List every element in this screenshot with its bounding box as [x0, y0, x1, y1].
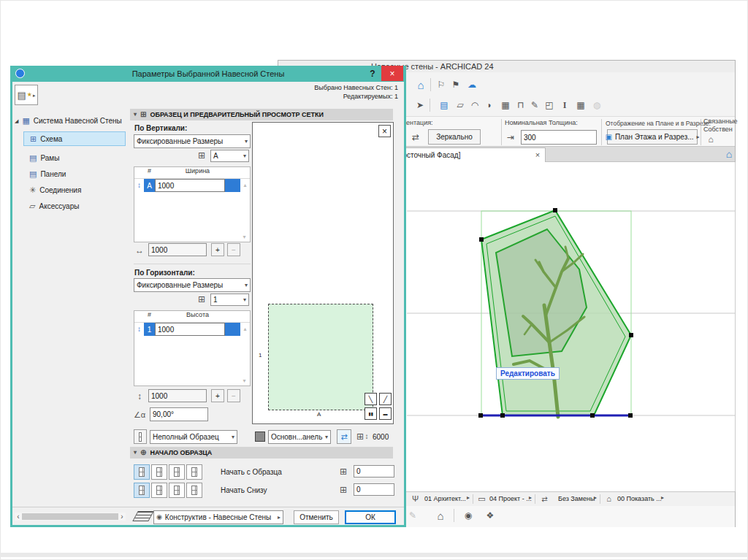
quick-option-penset[interactable]: 04 Проект - ... [489, 495, 532, 502]
favorites-button[interactable]: ▤ ★ ▸ [15, 85, 38, 105]
pattern-mode-button[interactable] [134, 429, 147, 444]
diagonal-b-button[interactable]: ╱ [379, 393, 392, 405]
start-pattern-option-1[interactable] [134, 464, 150, 480]
start-bottom-option-4[interactable] [186, 483, 202, 498]
horizontal-index-select[interactable]: 1 ▾ [210, 294, 249, 306]
tab-close-icon[interactable]: × [533, 150, 542, 159]
pen-set-icon[interactable]: ✎ [408, 510, 418, 521]
thickness-icon: ⇥ [503, 130, 518, 145]
home-icon[interactable]: ⌂ [414, 78, 427, 91]
cloud-icon[interactable]: ☁ [465, 78, 478, 91]
scrollbar-thumb[interactable] [22, 513, 118, 520]
pattern-select[interactable]: Неполный Образец ▾ [150, 430, 237, 444]
transfer-button[interactable]: ⇄ [337, 429, 351, 444]
scroll-down-icon[interactable]: ▾ [240, 377, 249, 385]
add-row-button[interactable]: + [211, 389, 224, 402]
remove-row-button[interactable]: − [227, 243, 240, 256]
mesh-tool-icon[interactable]: ▦ [499, 99, 512, 112]
quick-option-renovation[interactable]: 00 Показать ... [617, 495, 662, 502]
wall-tool-icon[interactable]: ▤ [438, 99, 451, 112]
diagonal-a-button[interactable]: ╲ [365, 393, 377, 405]
preview-close-button[interactable]: × [378, 125, 391, 137]
render-icon[interactable]: ❖ [484, 509, 497, 522]
vertical-scheme-value: Фиксированные Размеры [137, 137, 223, 145]
add-row-button[interactable]: + [211, 243, 224, 256]
beam-tool-icon[interactable]: I [558, 99, 571, 112]
mirror-icon[interactable]: ⇄ [408, 130, 423, 145]
tree-item-system[interactable]: ◢ ▦ Система Навесной Стены [15, 113, 122, 128]
horizontal-total-field[interactable]: 1000 [148, 389, 207, 402]
start-bottom-option-1[interactable] [134, 483, 150, 498]
zone-tool-icon[interactable]: ◰ [543, 99, 556, 112]
caret-right-icon: ▸ [661, 495, 664, 501]
home-story-status-icon[interactable]: ⌂ [434, 509, 447, 522]
camera-icon[interactable]: ◉ [462, 509, 475, 522]
horizontal-scheme-select[interactable]: Фиксированные Размеры ▾ [134, 278, 251, 292]
mirror-button[interactable]: Зеркально [428, 129, 481, 145]
scroll-left-icon[interactable]: ‹ [15, 513, 22, 521]
angle-field[interactable]: 90,00° [150, 407, 208, 421]
start-bottom-offset-input[interactable]: 0 [354, 483, 394, 496]
scroll-right-icon[interactable]: › [118, 513, 126, 521]
quick-option-override[interactable]: Без Замены [558, 495, 595, 502]
row-id-cell[interactable]: 1 [144, 323, 155, 336]
horizontal-table-row[interactable]: ↕ 1 1000 ▴ [134, 323, 250, 336]
scroll-up-icon[interactable]: ▴ [240, 179, 250, 192]
tree-item-scheme[interactable]: ⊞ Схема [23, 131, 126, 146]
close-icon[interactable]: × [381, 66, 403, 81]
collapse-icon[interactable]: ▾ [134, 450, 137, 456]
flag-icon[interactable]: ⚐ [435, 78, 448, 91]
shell-tool-icon[interactable]: ◗ [483, 99, 496, 112]
cancel-button[interactable]: Отменить [294, 510, 339, 524]
tree-item-junctions[interactable]: ✳ Соединения [29, 183, 81, 197]
flag-doc-icon[interactable]: ⚑ [449, 78, 462, 91]
start-pattern-option-3[interactable] [169, 464, 185, 480]
row-value-cell[interactable]: 1000 [155, 323, 225, 336]
tree-item-frames[interactable]: ▤ Рамы [29, 150, 59, 165]
column-tool-icon[interactable]: ⊓ [514, 99, 527, 112]
arrow-tool-icon[interactable]: ➤ [413, 99, 427, 112]
vertical-total-field[interactable]: 1000 [148, 243, 207, 256]
chevron-down-icon: ▾ [243, 153, 246, 159]
section-origin-header[interactable]: ▾ ⊕ НАЧАЛО ОБРАЗЦА [130, 447, 393, 459]
vertical-index-select[interactable]: A ▾ [210, 150, 249, 162]
home-story-icon[interactable]: ⌂ [705, 134, 717, 145]
curtain-wall-tool-icon[interactable]: ▦ [574, 99, 587, 112]
start-pattern-offset-input[interactable]: 0 [354, 465, 394, 477]
floorplan-display-button[interactable]: ▣ План Этажа и Разрез... ▸ [607, 129, 698, 145]
quick-option-layer[interactable]: 01 Архитект... [424, 495, 466, 502]
paint-tool-icon[interactable]: ✎ [528, 99, 541, 112]
tree-item-panels[interactable]: ▤ Панели [29, 166, 66, 181]
layer-select[interactable]: ◉ Конструктив - Навесные Стены ▸ [153, 510, 283, 524]
roof-tool-icon[interactable]: ◠ [468, 99, 481, 112]
slab-tool-icon[interactable]: ▱ [454, 99, 467, 112]
start-pattern-option-4[interactable] [186, 464, 202, 480]
panel-select[interactable]: Основн...анель ▾ [268, 430, 331, 444]
scroll-up-icon[interactable]: ▴ [240, 323, 250, 336]
section-pattern-header[interactable]: ▾ ⊞ ОБРАЗЕЦ И ПРЕДВАРИТЕЛЬНЫЙ ПРОСМОТР С… [130, 109, 393, 120]
vertical-scheme-select[interactable]: Фиксированные Размеры ▾ [134, 134, 251, 148]
horizontal-bars-button[interactable]: ▬ [379, 407, 392, 420]
tree-expand-icon[interactable]: ◢ [15, 118, 18, 123]
start-bottom-option-3[interactable] [169, 483, 185, 498]
morph-tool-icon[interactable]: ◍ [590, 99, 603, 112]
row-drag-icon[interactable]: ↕ [134, 179, 144, 192]
row-id-cell[interactable]: A [144, 179, 155, 192]
collapse-icon[interactable]: ▾ [134, 112, 137, 118]
vertical-table-row[interactable]: ↕ A 1000 ▴ [134, 179, 250, 192]
remove-row-button[interactable]: − [227, 389, 240, 402]
start-pattern-option-2[interactable] [151, 464, 167, 480]
row-drag-icon[interactable]: ↕ [134, 323, 144, 336]
vertical-bars-button[interactable]: ▮▮ [365, 407, 377, 420]
start-bottom-option-2[interactable] [151, 483, 167, 498]
row-value-cell[interactable]: 1000 [155, 179, 225, 192]
navigator-home-icon[interactable]: ⌂ [722, 149, 736, 159]
penset-quick-icon: ▭ [477, 494, 486, 504]
thickness-input[interactable]: 300 [521, 130, 597, 145]
help-icon[interactable]: ? [367, 68, 378, 80]
ok-button[interactable]: ОК [345, 510, 396, 524]
tree-item-accessories[interactable]: ▱ Аксессуары [29, 199, 79, 213]
dialog-titlebar[interactable]: Параметры Выбранной Навесной Стены ? × [10, 66, 406, 82]
scroll-down-icon[interactable]: ▾ [240, 234, 249, 241]
tree-hscrollbar[interactable]: ‹ › [15, 513, 126, 521]
